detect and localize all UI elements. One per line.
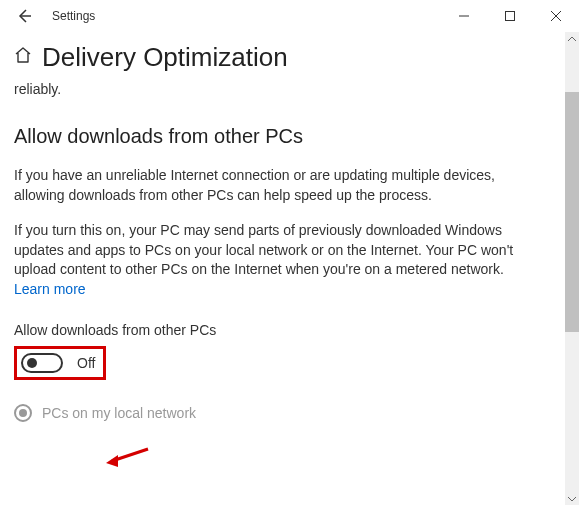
description-paragraph-2: If you turn this on, your PC may send pa… [14,221,524,299]
text-fragment: reliably. [14,81,559,97]
toggle-state-label: Off [77,355,95,371]
page-header: Delivery Optimization [14,42,559,73]
learn-more-link[interactable]: Learn more [14,280,86,300]
toggle-row: Off [14,346,559,380]
close-button[interactable] [533,0,579,32]
page-title: Delivery Optimization [42,42,288,73]
radio-label-local: PCs on my local network [42,405,196,421]
titlebar: Settings [0,0,579,32]
scroll-down-button[interactable] [565,491,579,505]
window-title: Settings [52,9,95,23]
radio-dot [19,409,27,417]
vertical-scrollbar[interactable] [565,32,579,505]
toggle-heading: Allow downloads from other PCs [14,322,559,338]
description-paragraph-1: If you have an unreliable Internet conne… [14,166,524,205]
scroll-thumb[interactable] [565,92,579,332]
home-icon[interactable] [14,46,32,69]
radio-option-local-network: PCs on my local network [14,404,559,422]
section-heading: Allow downloads from other PCs [14,125,559,148]
maximize-button[interactable] [487,0,533,32]
chevron-up-icon [568,37,576,42]
back-arrow-icon [16,8,32,24]
annotation-arrow-icon [104,445,150,469]
scroll-up-button[interactable] [565,32,579,46]
window-controls [441,0,579,32]
paragraph-2-text: If you turn this on, your PC may send pa… [14,222,513,277]
minimize-icon [459,11,469,21]
content-area: Delivery Optimization reliably. Allow do… [0,32,579,442]
radio-button-local [14,404,32,422]
annotation-highlight: Off [14,346,106,380]
toggle-knob [27,358,37,368]
svg-rect-0 [506,12,515,21]
minimize-button[interactable] [441,0,487,32]
chevron-down-icon [568,496,576,501]
maximize-icon [505,11,515,21]
allow-downloads-toggle[interactable] [21,353,63,373]
close-icon [551,11,561,21]
back-button[interactable] [8,0,40,32]
